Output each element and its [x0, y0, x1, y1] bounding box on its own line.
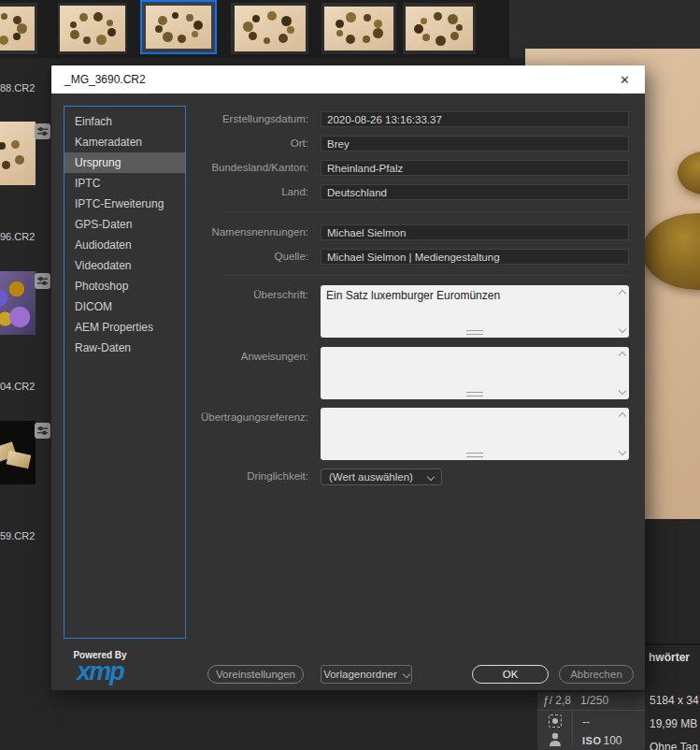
- develop-settings-badge-icon: [35, 273, 50, 289]
- chevron-down-icon: [427, 473, 435, 481]
- coin-dot: [13, 33, 21, 40]
- coin-dot: [2, 161, 10, 169]
- thumbnail-detail: [7, 451, 32, 469]
- iso-value: 100: [603, 734, 621, 747]
- country-label: Land:: [51, 184, 308, 200]
- scroll-up-icon[interactable]: [618, 290, 625, 297]
- coin-dot: [414, 24, 423, 34]
- template-folder-button[interactable]: Vorlagenordner: [321, 665, 412, 684]
- metering-value: --: [582, 715, 645, 728]
- filmstrip-thumbnail[interactable]: [58, 3, 127, 54]
- coin-dot: [456, 24, 463, 31]
- coin-dot: [93, 12, 103, 22]
- coin-dot: [436, 36, 446, 46]
- filmstrip-thumbnail-selected[interactable]: [140, 0, 217, 54]
- scroll-down-icon[interactable]: [618, 325, 625, 333]
- coin-dot: [96, 35, 107, 45]
- coin-dot: [422, 34, 430, 41]
- scroll-up-icon[interactable]: [618, 352, 625, 359]
- coin-dot: [107, 28, 116, 36]
- textarea-scrollbar[interactable]: [615, 285, 629, 338]
- coin-dot: [186, 14, 193, 22]
- dialog-title: _MG_3690.CR2: [64, 73, 146, 86]
- headline-label: Überschrift:: [51, 288, 308, 301]
- cancel-button[interactable]: Abbrechen: [559, 665, 634, 684]
- creation-date-label: Erstellungsdatum:: [51, 111, 308, 127]
- panel-divider: [645, 643, 700, 645]
- coin-dot: [336, 20, 344, 28]
- credit-field[interactable]: [321, 224, 629, 240]
- creation-date-field[interactable]: [321, 111, 629, 127]
- city-field[interactable]: [321, 136, 629, 151]
- filmstrip-thumbnail[interactable]: [0, 271, 36, 335]
- left-filmstrip: 88.CR2 96.CR2 04.CR2 59.CR2: [0, 58, 51, 750]
- xmp-logo: Powered By xmp: [65, 650, 135, 683]
- scroll-down-icon[interactable]: [618, 448, 625, 455]
- coin-dot: [281, 16, 292, 26]
- close-icon[interactable]: ✕: [616, 72, 634, 88]
- shutter-value: 1/250: [580, 694, 608, 707]
- instructions-label: Anweisungen:: [51, 350, 308, 363]
- urgency-dropdown[interactable]: (Wert auswählen): [321, 469, 442, 485]
- thumbnail-image: [60, 6, 125, 51]
- person-icon: [549, 732, 562, 747]
- scroll-down-icon[interactable]: [618, 387, 625, 395]
- resize-grip[interactable]: [466, 392, 483, 397]
- coin-dot: [155, 25, 163, 33]
- coin-in-photo: [642, 213, 700, 290]
- resize-grip[interactable]: [466, 453, 483, 457]
- textarea-scrollbar[interactable]: [615, 408, 629, 460]
- urgency-selected-value: (Wert auswählen): [329, 471, 413, 483]
- file-name-label: 04.CR2: [0, 381, 51, 392]
- ok-button[interactable]: OK: [472, 665, 549, 684]
- filmstrip-thumbnail[interactable]: [0, 3, 37, 54]
- coin-dot: [364, 14, 371, 22]
- textarea-scrollbar[interactable]: [615, 347, 629, 399]
- file-size: 19,99 MB: [650, 713, 700, 736]
- file-name-label: 59.CR2: [0, 530, 51, 541]
- coin-dot: [346, 35, 355, 44]
- coin-dot: [434, 12, 442, 21]
- scroll-up-icon[interactable]: [618, 412, 625, 420]
- coin-dot: [287, 26, 294, 34]
- image-dimensions: 5184 x 34: [650, 689, 700, 713]
- filmstrip-thumbnail[interactable]: [231, 3, 308, 54]
- presets-button[interactable]: Voreinstellungen: [207, 665, 304, 684]
- country-field[interactable]: [321, 184, 629, 200]
- coin-dot: [0, 36, 8, 45]
- filmstrip-thumbnail[interactable]: [403, 3, 476, 54]
- coin-dot: [1, 13, 7, 20]
- coin-dot: [163, 32, 173, 42]
- coin-dot: [252, 15, 260, 22]
- coin-dot: [178, 35, 186, 43]
- filmstrip-thumbnail[interactable]: [0, 421, 36, 484]
- coin-dot: [193, 21, 203, 30]
- coin-in-photo: [678, 151, 700, 195]
- transmission-reference-label: Übertragungsreferenz:: [51, 411, 308, 424]
- source-field[interactable]: [321, 249, 629, 265]
- develop-settings-badge-icon: [35, 123, 50, 139]
- file-info-column: 5184 x 34 19,99 MB Ohne Tag: [650, 689, 700, 750]
- coin-dot: [448, 14, 458, 24]
- coin-dot: [11, 140, 20, 149]
- chevron-down-icon: [403, 671, 410, 678]
- coin-dot: [249, 32, 257, 40]
- coin-dot: [243, 22, 253, 32]
- coin-dot: [158, 16, 167, 25]
- filmstrip-thumbnail[interactable]: [0, 122, 36, 185]
- coin-dot: [172, 12, 179, 19]
- thumbnail-image: [406, 7, 473, 50]
- coin-dot: [450, 32, 459, 40]
- keywords-panel-tab[interactable]: hwörter: [649, 651, 690, 664]
- resize-grip[interactable]: [466, 330, 483, 335]
- xmp-logo-text: xmp: [65, 660, 135, 683]
- coin-dot: [83, 36, 91, 44]
- coin-dot: [70, 30, 79, 39]
- coin-dot: [264, 37, 270, 44]
- filmstrip-thumbnail[interactable]: [321, 3, 396, 54]
- coin-dot: [267, 11, 277, 21]
- thumbnail-image: [0, 7, 35, 50]
- sidebar-item-aem-properties[interactable]: AEM Properties: [64, 317, 185, 338]
- coin-dot: [336, 30, 343, 36]
- state-field[interactable]: [321, 160, 629, 176]
